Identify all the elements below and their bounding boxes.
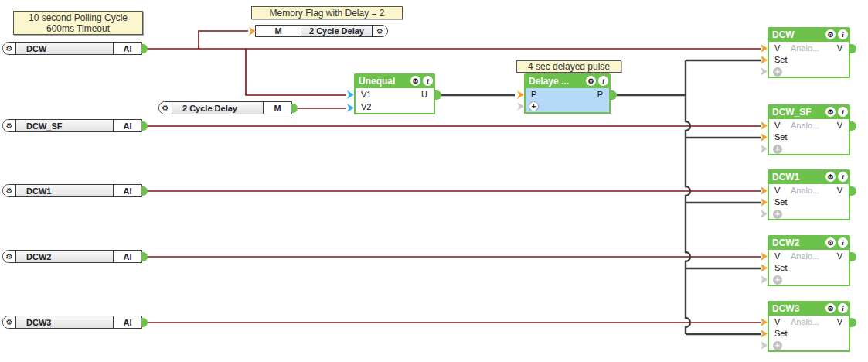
add-input-button[interactable]: + bbox=[773, 275, 782, 285]
gear-icon[interactable]: ⚙ bbox=[372, 26, 387, 36]
gear-icon[interactable]: ⚙ bbox=[3, 316, 16, 328]
set-input-label: Set bbox=[774, 196, 788, 208]
note-memory-flag[interactable]: Memory Flag with Delay = 2 bbox=[251, 6, 403, 19]
info-icon[interactable]: i bbox=[838, 29, 848, 39]
input-v1-label: V1 bbox=[361, 89, 371, 101]
gear-icon[interactable]: ⚙ bbox=[825, 172, 836, 182]
v-input-label: V bbox=[774, 43, 780, 54]
memory-label: 2 Cycle Delay bbox=[301, 26, 372, 36]
note-line: 4 sec delayed pulse bbox=[520, 62, 618, 72]
v-input-label: V bbox=[774, 185, 780, 196]
info-icon[interactable]: i bbox=[838, 237, 848, 248]
canvas: 10 second Polling Cycle 600ms Timeout Me… bbox=[0, 0, 868, 362]
gear-icon[interactable]: ⚙ bbox=[825, 237, 836, 248]
gear-icon[interactable]: ⚙ bbox=[586, 76, 596, 86]
info-icon[interactable]: i bbox=[598, 76, 608, 86]
memory-write-block[interactable]: M 2 Cycle Delay ⚙ bbox=[255, 25, 388, 37]
input-block-dcw3[interactable]: ⚙ DCW3 AI bbox=[2, 316, 142, 329]
output-block-dcw-sf[interactable]: DCW_SF ⚙ i V Analo... V Set + bbox=[768, 104, 850, 155]
note-line: 10 second Polling Cycle bbox=[17, 12, 139, 23]
input-v2-label: V2 bbox=[361, 101, 371, 113]
output-block-dcw1[interactable]: DCW1 ⚙ i V Analo... V Set + bbox=[768, 169, 850, 220]
input-block-dcw-sf[interactable]: ⚙ DCW_SF AI bbox=[2, 119, 142, 132]
port-label: AI bbox=[113, 316, 141, 328]
input-block-dcw1[interactable]: ⚙ DCW1 AI bbox=[2, 184, 142, 197]
analog-type-label: Analo... bbox=[791, 120, 819, 131]
set-input-label: Set bbox=[774, 262, 788, 274]
input-block-dcw2[interactable]: ⚙ DCW2 AI bbox=[2, 250, 142, 263]
block-title: DCW1 bbox=[772, 172, 823, 183]
analog-type-label: Analo... bbox=[791, 316, 819, 328]
note-polling-cycle[interactable]: 10 second Polling Cycle 600ms Timeout bbox=[13, 11, 143, 35]
block-title: DCW bbox=[772, 29, 823, 40]
add-input-button[interactable]: + bbox=[529, 101, 539, 111]
port-label: AI bbox=[113, 120, 141, 131]
gear-icon[interactable]: ⚙ bbox=[3, 43, 16, 54]
wire-dcw-to-memory[interactable] bbox=[199, 31, 248, 49]
wire-dcw-to-v1[interactable] bbox=[246, 49, 346, 95]
v-output-label: V bbox=[837, 185, 842, 196]
port-label: AI bbox=[113, 185, 141, 196]
output-block-dcw2[interactable]: DCW2 ⚙ i V Analo... V Set + bbox=[768, 235, 850, 286]
add-input-button[interactable]: + bbox=[773, 145, 782, 154]
block-title: DCW3 bbox=[772, 303, 823, 314]
info-icon[interactable]: i bbox=[838, 303, 848, 313]
v-input-label: V bbox=[774, 120, 780, 131]
note-delayed-pulse[interactable]: 4 sec delayed pulse bbox=[516, 60, 621, 73]
output-p-label: P bbox=[597, 89, 603, 101]
gear-icon[interactable]: ⚙ bbox=[159, 102, 172, 114]
input-block-dcw[interactable]: ⚙ DCW AI bbox=[2, 42, 142, 55]
gear-icon[interactable]: ⚙ bbox=[410, 76, 420, 86]
gear-icon[interactable]: ⚙ bbox=[3, 120, 16, 131]
gear-icon[interactable]: ⚙ bbox=[825, 29, 836, 39]
info-icon[interactable]: i bbox=[423, 76, 433, 86]
info-icon[interactable]: i bbox=[838, 172, 848, 182]
v-input-label: V bbox=[774, 251, 780, 262]
block-title: Delaye ... bbox=[529, 76, 584, 87]
input-label: DCW bbox=[16, 43, 113, 54]
memory-label: 2 Cycle Delay bbox=[172, 102, 263, 114]
port-label: M bbox=[263, 102, 291, 114]
v-input-label: V bbox=[774, 316, 780, 328]
input-p-label: P bbox=[531, 89, 536, 101]
add-input-button[interactable]: + bbox=[773, 341, 782, 350]
output-block-dcw[interactable]: DCW ⚙ i V Analo... V Set + bbox=[768, 27, 850, 78]
output-u-label: U bbox=[421, 89, 427, 101]
input-label: DCW2 bbox=[16, 251, 113, 262]
v-output-label: V bbox=[837, 316, 842, 328]
gear-icon[interactable]: ⚙ bbox=[825, 303, 836, 313]
memory-read-block[interactable]: ⚙ 2 Cycle Delay M bbox=[158, 101, 292, 114]
info-icon[interactable]: i bbox=[838, 107, 848, 117]
set-input-label: Set bbox=[774, 328, 788, 340]
note-line: Memory Flag with Delay = 2 bbox=[255, 8, 399, 19]
analog-type-label: Analo... bbox=[791, 251, 819, 262]
analog-type-label: Analo... bbox=[791, 185, 819, 196]
input-label: DCW1 bbox=[16, 185, 113, 196]
set-input-label: Set bbox=[774, 54, 788, 66]
v-output-label: V bbox=[837, 251, 842, 262]
delay-block[interactable]: Delaye ... ⚙ i P P + bbox=[524, 73, 611, 114]
block-title: DCW2 bbox=[772, 237, 823, 248]
gear-icon[interactable]: ⚙ bbox=[3, 185, 16, 196]
v-output-label: V bbox=[837, 43, 842, 54]
block-title: DCW_SF bbox=[772, 107, 823, 118]
v-output-label: V bbox=[837, 120, 842, 131]
analog-type-label: Analo... bbox=[791, 43, 819, 54]
note-line: 600ms Timeout bbox=[17, 23, 139, 34]
add-input-button[interactable]: + bbox=[773, 210, 782, 219]
output-block-dcw3[interactable]: DCW3 ⚙ i V Analo... V Set + bbox=[768, 301, 850, 352]
set-input-label: Set bbox=[774, 131, 788, 143]
add-input-button[interactable]: + bbox=[773, 67, 782, 77]
input-label: DCW3 bbox=[16, 316, 113, 328]
gear-icon[interactable]: ⚙ bbox=[3, 251, 16, 262]
input-label: DCW_SF bbox=[16, 120, 113, 131]
wire-pulse-trunk[interactable] bbox=[686, 60, 690, 334]
block-title: Unequal bbox=[359, 76, 408, 87]
port-label: AI bbox=[113, 43, 141, 54]
port-label: AI bbox=[113, 251, 141, 262]
gear-icon[interactable]: ⚙ bbox=[825, 107, 836, 117]
port-label: M bbox=[256, 26, 301, 36]
unequal-block[interactable]: Unequal ⚙ i V1 V2 U bbox=[354, 73, 435, 114]
